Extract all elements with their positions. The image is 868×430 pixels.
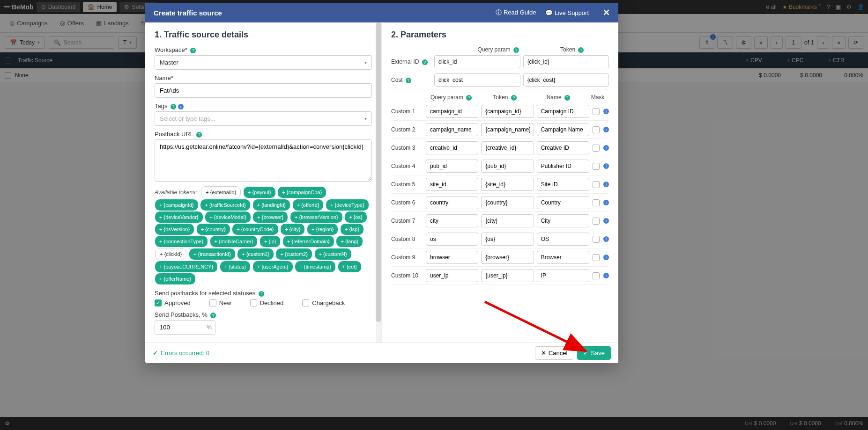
token-pill[interactable]: + {region} <box>307 224 338 235</box>
token-pill[interactable]: + {countryCode} <box>232 224 278 235</box>
external-token-input[interactable] <box>523 55 609 68</box>
custom2-mask-checkbox[interactable] <box>593 126 600 133</box>
custom9-mask-checkbox[interactable] <box>593 254 600 261</box>
info-icon[interactable]: i <box>603 127 609 132</box>
live-support-link[interactable]: 💬 Live Support <box>545 9 589 16</box>
token-pill[interactable]: + {browserVersion} <box>290 211 342 223</box>
token-pill[interactable]: + {connectionType} <box>155 236 208 247</box>
token-pill[interactable]: + {payout.CURRENCY} <box>155 261 217 272</box>
save-button[interactable]: ✓ Save <box>577 346 611 360</box>
custom9-qp-input[interactable] <box>426 251 478 264</box>
token-pill[interactable]: + {cet} <box>338 261 362 272</box>
token-pill[interactable]: + {customN} <box>315 248 351 260</box>
custom7-token-input[interactable] <box>481 214 534 227</box>
token-pill[interactable]: + {campaignId} <box>155 199 198 211</box>
token-pill[interactable]: + {deviceVendor} <box>155 211 203 223</box>
token-pill[interactable]: + {isp} <box>341 224 364 235</box>
custom4-mask-checkbox[interactable] <box>593 163 600 170</box>
token-pill[interactable]: + {transactionId} <box>189 248 235 260</box>
custom6-token-input[interactable] <box>481 196 534 209</box>
custom4-token-input[interactable] <box>481 160 534 173</box>
token-pill[interactable]: + {mobileCarrier} <box>210 236 258 247</box>
custom4-qp-input[interactable] <box>426 160 478 173</box>
cost-qp-input[interactable] <box>434 73 520 87</box>
info-icon[interactable]: i <box>603 273 609 278</box>
token-pill[interactable]: + {timestamp} <box>295 261 335 272</box>
custom2-token-input[interactable] <box>481 123 534 136</box>
status-chargeback[interactable]: Chargeback <box>302 299 345 306</box>
custom9-token-input[interactable] <box>481 251 534 264</box>
custom4-name-input[interactable] <box>537 160 589 173</box>
custom8-mask-checkbox[interactable] <box>593 236 600 243</box>
tags-select[interactable]: Select or type tags...▾ <box>155 111 372 126</box>
custom6-mask-checkbox[interactable] <box>593 199 600 206</box>
token-pill[interactable]: + {deviceType} <box>326 199 368 211</box>
token-pill[interactable]: + {deviceModel} <box>205 211 251 223</box>
scrollbar-thumb[interactable] <box>376 22 381 322</box>
custom5-mask-checkbox[interactable] <box>593 181 600 188</box>
external-qp-input[interactable] <box>434 55 520 68</box>
custom1-token-input[interactable] <box>481 105 534 118</box>
info-icon[interactable]: i <box>603 163 609 169</box>
custom10-name-input[interactable] <box>537 269 589 282</box>
info-icon[interactable]: i <box>603 182 609 187</box>
close-icon[interactable]: ✕ <box>603 7 610 18</box>
info-icon[interactable]: i <box>603 145 609 151</box>
token-pill[interactable]: + {userAgent} <box>253 261 293 272</box>
token-pill[interactable]: + {lang} <box>336 236 363 247</box>
custom3-mask-checkbox[interactable] <box>593 145 600 152</box>
info-icon[interactable]: i <box>603 236 609 242</box>
custom7-mask-checkbox[interactable] <box>593 218 600 225</box>
token-pill[interactable]: + {offerName} <box>155 273 195 284</box>
custom5-name-input[interactable] <box>537 178 589 191</box>
info-icon[interactable]: i <box>603 200 609 205</box>
custom1-mask-checkbox[interactable] <box>593 108 600 115</box>
name-input[interactable] <box>155 83 372 98</box>
custom6-name-input[interactable] <box>537 196 589 209</box>
token-pill[interactable]: + {campaignCpa} <box>278 187 326 198</box>
custom10-token-input[interactable] <box>481 269 534 282</box>
custom7-name-input[interactable] <box>537 214 589 227</box>
workspace-select[interactable]: Master▾ <box>155 55 372 70</box>
token-pill[interactable]: + {referrerDomain} <box>283 236 334 247</box>
info-icon[interactable]: i <box>603 109 609 114</box>
custom1-name-input[interactable] <box>537 105 589 118</box>
read-guide-link[interactable]: ⓘ Read Guide <box>496 8 536 17</box>
custom10-mask-checkbox[interactable] <box>593 272 600 279</box>
token-pill[interactable]: + {landingId} <box>253 199 290 211</box>
custom3-token-input[interactable] <box>481 141 534 154</box>
custom9-name-input[interactable] <box>537 251 589 264</box>
token-pill[interactable]: + {city} <box>281 224 304 235</box>
custom8-qp-input[interactable] <box>426 233 478 246</box>
token-pill[interactable]: + {externalId} <box>201 186 241 198</box>
cancel-button[interactable]: ✕ Cancel <box>535 346 573 360</box>
info-icon[interactable]: i <box>603 218 609 224</box>
custom1-qp-input[interactable] <box>426 105 478 118</box>
token-pill[interactable]: + {ip} <box>260 236 280 247</box>
custom2-qp-input[interactable] <box>426 123 478 136</box>
postback-textarea[interactable]: https://us.getclear.online/fatconv?id={e… <box>155 139 372 182</box>
custom8-token-input[interactable] <box>481 233 534 246</box>
token-pill[interactable]: + {custom1} <box>237 248 273 260</box>
cost-token-input[interactable] <box>523 73 609 87</box>
custom2-name-input[interactable] <box>537 123 589 136</box>
custom5-qp-input[interactable] <box>426 178 478 191</box>
token-pill[interactable]: + {os} <box>345 211 366 223</box>
token-pill[interactable]: + {custom2} <box>276 248 312 260</box>
token-pill[interactable]: + {offerId} <box>293 199 324 211</box>
token-pill[interactable]: + {country} <box>197 224 230 235</box>
custom5-token-input[interactable] <box>481 178 534 191</box>
info-icon[interactable]: i <box>603 255 609 260</box>
custom6-qp-input[interactable] <box>426 196 478 209</box>
custom3-name-input[interactable] <box>537 141 589 154</box>
token-pill[interactable]: + {clickId} <box>155 248 186 260</box>
custom8-name-input[interactable] <box>537 233 589 246</box>
custom10-qp-input[interactable] <box>426 269 478 282</box>
custom3-qp-input[interactable] <box>426 141 478 154</box>
token-pill[interactable]: + {status} <box>220 261 250 272</box>
token-pill[interactable]: + {payout} <box>244 187 275 198</box>
custom7-qp-input[interactable] <box>426 214 478 227</box>
status-new[interactable]: New <box>209 299 231 306</box>
token-pill[interactable]: + {osVersion} <box>155 224 194 235</box>
token-pill[interactable]: + {trafficSourceId} <box>200 199 250 211</box>
